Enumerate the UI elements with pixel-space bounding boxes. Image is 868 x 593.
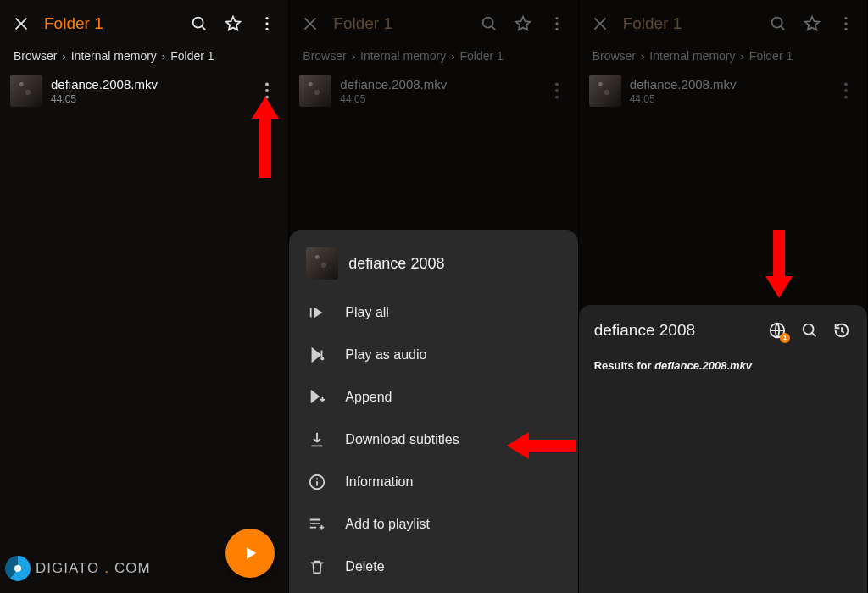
watermark: DIGIATO.COM	[5, 556, 151, 581]
close-icon[interactable]	[10, 13, 32, 35]
video-thumbnail	[299, 75, 331, 107]
breadcrumb-item[interactable]: Internal memory	[360, 49, 446, 63]
svg-rect-17	[316, 481, 318, 486]
video-thumbnail	[306, 247, 338, 280]
history-icon[interactable]	[832, 320, 852, 341]
breadcrumb-item[interactable]: Folder 1	[460, 49, 504, 63]
breadcrumb-item[interactable]: Internal memory	[71, 49, 157, 63]
file-row[interactable]: defiance.2008.mkv 44:05	[0, 69, 288, 112]
svg-point-14	[321, 357, 325, 361]
breadcrumb-item[interactable]: Folder 1	[170, 49, 214, 63]
svg-point-13	[555, 96, 559, 99]
svg-point-1	[266, 17, 269, 19]
breadcrumb[interactable]: Browser › Internal memory › Folder 1	[0, 47, 288, 69]
search-icon[interactable]	[767, 13, 789, 35]
svg-point-9	[555, 22, 558, 25]
file-name: defiance.2008.mkv	[630, 77, 826, 91]
menu-item-add-playlist[interactable]: Add to playlist	[289, 503, 577, 546]
svg-point-23	[844, 89, 848, 92]
search-icon[interactable]	[799, 320, 820, 341]
close-icon[interactable]	[589, 13, 611, 35]
svg-point-21	[844, 28, 847, 30]
page-title: Folder 1	[333, 14, 465, 33]
file-more-icon[interactable]	[835, 80, 857, 102]
star-icon[interactable]	[222, 13, 244, 35]
svg-point-24	[844, 96, 848, 99]
chevron-right-icon: ›	[741, 50, 744, 63]
menu-item-play-all[interactable]: Play all	[289, 291, 577, 334]
subtitle-panel: defiance 2008 1 Results for defiance.200…	[579, 305, 867, 593]
file-more-icon[interactable]	[546, 80, 568, 102]
svg-point-10	[555, 28, 558, 30]
chevron-right-icon: ›	[162, 50, 165, 63]
screenshot-step-3: Folder 1 Browser › Internal memory › Fol…	[579, 0, 868, 593]
delete-icon	[308, 557, 326, 576]
svg-point-22	[844, 82, 848, 86]
close-icon[interactable]	[299, 13, 321, 35]
breadcrumb[interactable]: Browser › Internal memory › Folder 1	[579, 47, 867, 69]
file-row[interactable]: defiance.2008.mkv 44:05	[579, 69, 867, 112]
svg-point-0	[193, 18, 203, 28]
search-icon[interactable]	[478, 13, 500, 35]
svg-point-20	[844, 22, 847, 25]
file-name: defiance.2008.mkv	[340, 77, 537, 91]
svg-point-5	[265, 89, 269, 92]
chevron-right-icon: ›	[641, 50, 644, 63]
star-icon[interactable]	[801, 13, 823, 35]
screenshot-step-1: Folder 1 Browser › Internal memory › Fol…	[0, 0, 289, 593]
menu-item-play-audio[interactable]: Play as audio	[289, 334, 577, 376]
info-icon	[308, 473, 326, 491]
play-all-icon	[308, 303, 326, 322]
more-vert-icon[interactable]	[546, 13, 568, 35]
svg-point-8	[555, 17, 558, 19]
more-vert-icon[interactable]	[256, 13, 278, 35]
annotation-arrow-down	[765, 230, 793, 298]
chevron-right-icon: ›	[451, 50, 454, 63]
svg-point-7	[482, 18, 492, 28]
chevron-right-icon: ›	[352, 50, 355, 63]
breadcrumb-item[interactable]: Browser	[303, 49, 346, 63]
svg-point-12	[555, 89, 559, 92]
watermark-logo-icon	[5, 556, 31, 581]
file-more-icon[interactable]	[256, 80, 278, 102]
menu-item-information[interactable]: Information	[289, 461, 577, 503]
svg-point-16	[316, 478, 318, 479]
file-row[interactable]: defiance.2008.mkv 44:05	[289, 69, 577, 112]
breadcrumb-item[interactable]: Folder 1	[749, 49, 793, 63]
globe-badge: 1	[780, 333, 790, 343]
svg-point-3	[266, 28, 269, 30]
screenshot-step-2: Folder 1 Browser › Internal memory › Fol…	[289, 0, 578, 593]
play-fab[interactable]	[225, 529, 275, 578]
page-title: Folder 1	[44, 14, 176, 33]
file-duration: 44:05	[630, 93, 826, 105]
menu-item-label: Play all	[345, 305, 389, 320]
menu-item-delete[interactable]: Delete	[289, 546, 577, 588]
breadcrumb[interactable]: Browser › Internal memory › Folder 1	[289, 47, 577, 69]
search-icon[interactable]	[188, 13, 210, 35]
svg-point-2	[266, 22, 269, 25]
play-audio-icon	[308, 346, 326, 364]
append-icon	[308, 388, 326, 407]
menu-item-label: Add to playlist	[345, 517, 430, 532]
context-menu-sheet: defiance 2008 Play all Play as audio App…	[289, 230, 577, 593]
menu-item-label: Append	[345, 390, 392, 405]
breadcrumb-item[interactable]: Browser	[593, 49, 636, 63]
app-bar: Folder 1	[0, 0, 288, 47]
breadcrumb-item[interactable]: Browser	[14, 49, 57, 63]
video-thumbnail	[589, 75, 621, 107]
svg-point-4	[265, 82, 269, 86]
app-bar: Folder 1	[289, 0, 577, 47]
file-duration: 44:05	[340, 93, 537, 105]
menu-item-append[interactable]: Append	[289, 376, 577, 418]
menu-item-download-subtitles[interactable]: Download subtitles	[289, 418, 577, 461]
globe-icon[interactable]: 1	[767, 320, 787, 341]
menu-item-label: Play as audio	[345, 347, 426, 363]
breadcrumb-item[interactable]: Internal memory	[649, 49, 735, 63]
menu-item-label: Information	[345, 474, 413, 490]
subtitle-panel-title: defiance 2008	[594, 321, 755, 340]
more-vert-icon[interactable]	[835, 13, 857, 35]
svg-point-11	[555, 82, 559, 86]
subtitle-results-text: Results for defiance.2008.mkv	[594, 359, 852, 372]
svg-point-26	[804, 324, 814, 335]
star-icon[interactable]	[512, 13, 534, 35]
